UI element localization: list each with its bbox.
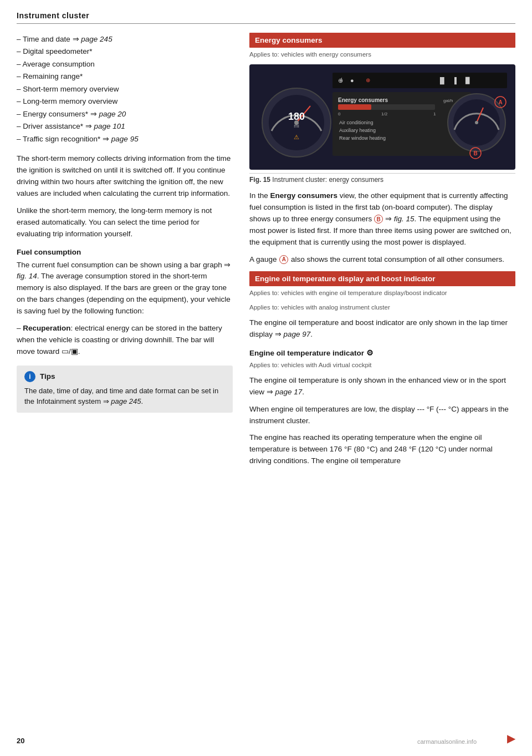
- next-page-arrow[interactable]: ▶: [507, 732, 515, 745]
- svg-text:Auxiliary heating: Auxiliary heating: [339, 128, 376, 133]
- cluster-image: 180 mi ⚠ ⊕ ● ▐▌ ▌ ▉ I ⊕: [249, 64, 515, 170]
- svg-text:A: A: [498, 99, 502, 105]
- feature-list: Time and date ⇒ page 245 Digital speedom…: [17, 33, 233, 145]
- svg-text:0: 0: [338, 111, 341, 116]
- recuperation-label: Recuperation: [23, 324, 70, 332]
- analog-paragraph: The engine oil temperature and boost ind…: [249, 317, 515, 341]
- page-title: Instrument cluster: [17, 11, 89, 20]
- list-item: Traffic sign recognition* ⇒ page 95: [17, 133, 233, 146]
- list-item: Short-term memory overview: [17, 83, 233, 95]
- page-header: Instrument cluster: [17, 11, 515, 24]
- right-column: Energy consumers Applies to: vehicles wi…: [249, 33, 515, 473]
- svg-text:I: I: [341, 77, 342, 83]
- svg-rect-20: [338, 104, 371, 110]
- fig-number: Fig. 15: [249, 176, 270, 184]
- energy-paragraph-2: A gauge A also shows the current total c…: [249, 254, 515, 266]
- watermark: carmanualsonline.info: [417, 738, 477, 745]
- svg-text:Air conditioning: Air conditioning: [339, 120, 374, 125]
- fig-caption: Fig. 15 Instrument cluster: energy consu…: [249, 173, 515, 184]
- operating-temp-paragraph: The engine has reached its operating tem…: [249, 432, 515, 467]
- applies-to-analog: Applies to: vehicles with analog instrum…: [249, 303, 515, 312]
- svg-text:Energy consumers: Energy consumers: [338, 97, 388, 103]
- svg-text:⚠: ⚠: [294, 134, 299, 140]
- virtual-cockpit-paragraph: The engine oil temperature is only shown…: [249, 375, 515, 398]
- page-link: page 20: [99, 110, 126, 118]
- tips-box: i Tips The date, time of day, and time a…: [17, 366, 233, 413]
- svg-text:▉: ▉: [465, 77, 470, 84]
- info-icon: i: [24, 371, 35, 382]
- left-column: Time and date ⇒ page 245 Digital speedom…: [17, 33, 233, 473]
- energy-consumers-header: Energy consumers: [249, 33, 515, 48]
- energy-paragraph-1: In the Energy consumers view, the other …: [249, 190, 515, 248]
- cluster-svg: 180 mi ⚠ ⊕ ● ▐▌ ▌ ▉ I ⊕: [249, 64, 515, 170]
- list-item: Digital speedometer*: [17, 45, 233, 58]
- list-item: Average consumption: [17, 58, 233, 70]
- applies-to-virtual: Applies to: vehicles with Audi virtual c…: [249, 361, 515, 369]
- page-link: page 95: [111, 135, 139, 143]
- engine-oil-header: Engine oil temperature display and boost…: [249, 271, 515, 286]
- svg-text:▌: ▌: [454, 77, 459, 85]
- svg-text:Rear window heating: Rear window heating: [339, 135, 386, 141]
- list-item: Energy consumers* ⇒ page 20: [17, 108, 233, 120]
- svg-text:1/2: 1/2: [381, 111, 388, 116]
- tips-label: Tips: [40, 372, 55, 380]
- svg-text:1: 1: [433, 111, 436, 116]
- page-link: page 101: [94, 122, 125, 130]
- list-item: Time and date ⇒ page 245: [17, 33, 233, 45]
- tips-header: i Tips: [24, 371, 225, 382]
- short-term-memory-paragraph: The short-term memory collects driving i…: [17, 153, 233, 200]
- svg-text:●: ●: [350, 77, 354, 84]
- list-item: Long-term memory overview: [17, 95, 233, 108]
- fuel-consumption-heading: Fuel consumption: [17, 248, 233, 256]
- page-number: 20: [17, 737, 24, 745]
- svg-rect-8: [332, 73, 507, 88]
- svg-text:mi: mi: [294, 123, 299, 129]
- list-item: Remaining range*: [17, 70, 233, 83]
- oil-temp-indicator-heading: Engine oil temperature indicator ⚙: [249, 348, 515, 357]
- svg-text:180: 180: [288, 111, 305, 122]
- applies-to-energy: Applies to: vehicles with energy consume…: [249, 50, 515, 59]
- list-item: Driver assistance* ⇒ page 101: [17, 120, 233, 133]
- long-term-memory-paragraph: Unlike the short-term memory, the long-t…: [17, 205, 233, 240]
- svg-text:gal/h: gal/h: [443, 98, 453, 103]
- badge-b-inline: B: [374, 215, 383, 224]
- fuel-paragraph: The current fuel consumption can be show…: [17, 260, 233, 318]
- svg-text:B: B: [473, 150, 477, 156]
- svg-text:⊕: ⊕: [366, 77, 370, 83]
- tips-body: The date, time of day, and time and date…: [24, 385, 225, 407]
- badge-a-inline: A: [279, 255, 288, 264]
- applies-to-engine: Applies to: vehicles with engine oil tem…: [249, 288, 515, 297]
- svg-point-30: [475, 121, 478, 124]
- recuperation-paragraph: – Recuperation: electrical energy can be…: [17, 323, 233, 358]
- low-temp-paragraph: When engine oil temperatures are low, th…: [249, 404, 515, 427]
- page-link: page 245: [81, 35, 112, 43]
- svg-text:▐▌: ▐▌: [438, 77, 447, 85]
